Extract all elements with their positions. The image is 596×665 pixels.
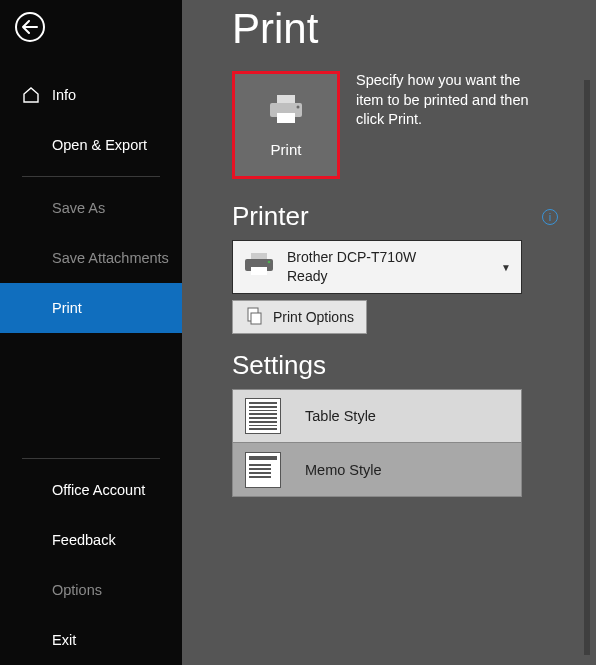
sidebar-item-label: Exit [52,632,76,648]
page-title: Print [232,5,566,53]
svg-point-3 [297,105,300,108]
print-options-label: Print Options [273,309,354,325]
divider [22,458,160,459]
sidebar: Info Open & Export Save As Save Attachme… [0,0,182,665]
style-option-table[interactable]: Table Style [232,389,522,443]
sidebar-item-exit[interactable]: Exit [0,615,182,665]
printer-heading: Printer [232,201,309,232]
arrow-left-icon [22,20,38,34]
page-icon [245,307,263,328]
sidebar-item-feedback[interactable]: Feedback [0,515,182,565]
sidebar-item-label: Info [52,87,76,103]
sidebar-item-label: Office Account [52,482,145,498]
svg-rect-4 [251,253,267,259]
print-hint: Specify how you want the item to be prin… [356,71,536,179]
print-options-button[interactable]: Print Options [232,300,367,334]
divider [22,176,160,177]
printer-dropdown[interactable]: Brother DCP-T710W Ready ▼ [232,240,522,294]
svg-point-7 [268,261,271,264]
settings-heading: Settings [232,350,326,381]
svg-rect-9 [251,313,261,324]
svg-rect-6 [251,267,267,275]
back-button[interactable] [15,12,45,42]
sidebar-item-save-as[interactable]: Save As [0,183,182,233]
sidebar-item-options[interactable]: Options [0,565,182,615]
sidebar-item-open-export[interactable]: Open & Export [0,120,182,170]
sidebar-item-print[interactable]: Print [0,283,182,333]
style-option-memo[interactable]: Memo Style [232,443,522,497]
main-panel: Print Print Specify how you want the ite… [182,0,596,665]
sidebar-item-office-account[interactable]: Office Account [0,465,182,515]
memo-style-icon [245,452,281,488]
sidebar-item-label: Print [52,300,82,316]
style-label: Memo Style [305,462,382,478]
sidebar-item-label: Feedback [52,532,116,548]
printer-icon [243,252,275,282]
chevron-down-icon: ▼ [501,262,511,273]
sidebar-item-info[interactable]: Info [0,70,182,120]
sidebar-item-label: Open & Export [52,137,147,153]
style-label: Table Style [305,408,376,424]
printer-icon [266,93,306,131]
sidebar-item-label: Save As [52,200,105,216]
printer-name: Brother DCP-T710W [287,248,489,267]
table-style-icon [245,398,281,434]
printer-status: Ready [287,267,489,286]
sidebar-item-save-attachments[interactable]: Save Attachments [0,233,182,283]
home-icon [22,86,40,104]
svg-rect-2 [277,113,295,123]
svg-rect-0 [277,95,295,103]
print-button-label: Print [271,141,302,158]
info-icon[interactable]: i [542,209,558,225]
scrollbar[interactable] [584,80,590,655]
print-button[interactable]: Print [232,71,340,179]
sidebar-item-label: Options [52,582,102,598]
sidebar-item-label: Save Attachments [52,250,169,266]
